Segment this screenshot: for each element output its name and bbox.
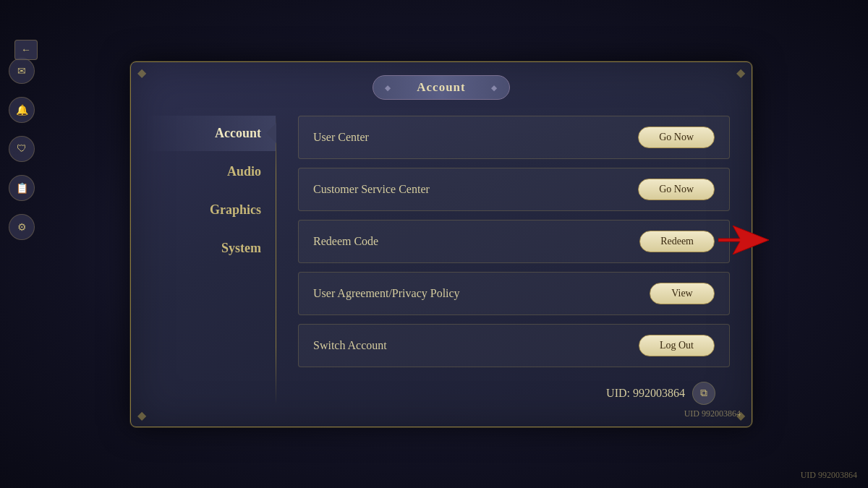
back-button[interactable]: ← [14,40,38,60]
sidebar-item-audio[interactable]: Audio [145,154,276,189]
user-center-row: User Center Go Now [298,116,730,159]
user-center-button[interactable]: Go Now [638,127,715,148]
sidebar-icon-notification[interactable]: 🔔 [9,97,35,123]
customer-service-button[interactable]: Go Now [638,179,715,200]
svg-marker-0 [718,226,769,254]
logout-button[interactable]: Log Out [639,335,715,356]
back-icon: ← [21,44,31,56]
panel-title-text: Account [417,80,465,94]
sidebar-item-graphics[interactable]: Graphics [145,192,276,228]
redeem-code-row: Redeem Code Redeem [298,220,730,263]
user-agreement-label: User Agreement/Privacy Policy [313,287,460,300]
redeem-button[interactable]: Redeem [639,231,715,252]
customer-service-label: Customer Service Center [313,183,430,196]
redeem-code-label: Redeem Code [313,235,378,248]
sidebar-icon-mail[interactable]: ✉ [9,58,35,84]
sidebar: ✉ 🔔 🛡 📋 ⚙ [0,0,43,488]
left-navigation: Account Audio Graphics System [131,108,276,412]
copy-icon: ⧉ [700,388,707,399]
uid-label: UID: 992003864 [606,387,685,400]
sidebar-icon-shield[interactable]: 🛡 [9,136,35,162]
sidebar-item-system[interactable]: System [145,231,276,266]
settings-content: User Center Go Now Customer Service Cent… [276,108,752,412]
view-agreement-button[interactable]: View [650,283,715,304]
uid-watermark: UID 992003864 [684,408,741,419]
corner-uid: UID 992003864 [801,470,857,481]
sidebar-item-account[interactable]: Account [145,116,276,151]
customer-service-row: Customer Service Center Go Now [298,168,730,211]
settings-panel: ◆ ◆ ◆ ◆ Account Account Audio Graphics S… [130,61,752,427]
switch-account-row: Switch Account Log Out [298,324,730,367]
panel-body: Account Audio Graphics System User Cente… [131,108,752,427]
panel-title: Account [373,75,509,100]
sidebar-icon-settings[interactable]: ⚙ [9,214,35,240]
panel-title-bar: Account [131,62,752,108]
red-arrow-indicator [718,226,769,257]
user-agreement-row: User Agreement/Privacy Policy View [298,272,730,315]
switch-account-label: Switch Account [313,339,387,352]
user-center-label: User Center [313,131,369,144]
copy-uid-button[interactable]: ⧉ [692,382,715,405]
sidebar-icon-journal[interactable]: 📋 [9,175,35,201]
uid-row: UID: 992003864 ⧉ [298,376,730,405]
